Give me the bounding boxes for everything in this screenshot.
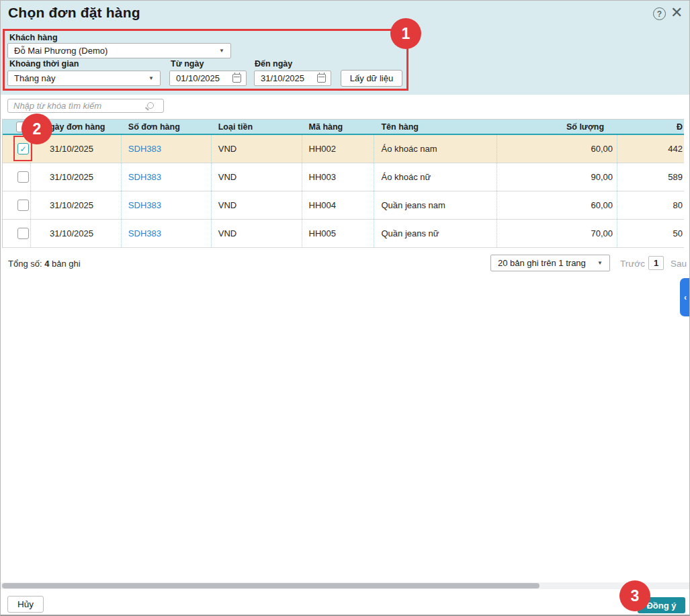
table-header-row: Ngày đơn hàng Số đơn hàng Loại tiền Mã h… — [3, 120, 684, 135]
cell-item-name: Áo khoác nam — [374, 135, 497, 163]
cell-price-partial: 80 — [617, 191, 684, 219]
col-header-order-date[interactable]: Ngày đơn hàng — [31, 120, 122, 134]
chevron-left-icon: ‹ — [684, 293, 687, 302]
select-all-checkbox[interactable] — [16, 122, 27, 132]
table-row[interactable]: ✓ 31/10/2025 SDH383 VND HH002 Áo khoác n… — [3, 135, 684, 163]
to-date-value: 31/10/2025 — [261, 73, 304, 83]
cell-order-date: 31/10/2025 — [31, 163, 122, 191]
pagination-current-page[interactable]: 1 — [648, 256, 664, 270]
cell-item-name: Áo khoác nữ — [374, 163, 497, 191]
row-checkbox[interactable] — [17, 171, 29, 183]
row-checkbox-checked[interactable]: ✓ — [17, 143, 29, 155]
page-size-dropdown[interactable]: 20 bản ghi trên 1 trang ▼ — [490, 255, 610, 271]
calendar-icon[interactable] — [317, 74, 326, 83]
total-records-text: Tổng số: 4 bản ghi — [8, 259, 81, 269]
cell-item-code: HH004 — [302, 191, 375, 219]
col-header-quantity[interactable]: Số lượng — [497, 120, 617, 134]
customer-dropdown[interactable]: Đỗ Mai Phương (Demo) ▼ — [7, 43, 231, 58]
cell-item-code: HH003 — [302, 163, 375, 191]
cancel-button[interactable]: Hủy — [7, 596, 44, 613]
period-dropdown[interactable]: Tháng này ▼ — [7, 71, 161, 86]
cell-order-date: 31/10/2025 — [31, 135, 122, 163]
page-size-value: 20 bản ghi trên 1 trang — [498, 258, 586, 268]
cell-currency: VND — [212, 163, 302, 191]
from-date-value: 01/10/2025 — [176, 73, 220, 83]
table-row[interactable]: 31/10/2025 SDH383 VND HH005 Quần jeans n… — [3, 220, 684, 248]
cell-order-date: 31/10/2025 — [31, 191, 122, 219]
table-row[interactable]: 31/10/2025 SDH383 VND HH003 Áo khoác nữ … — [3, 163, 684, 191]
cell-currency: VND — [212, 191, 302, 219]
order-number-link[interactable]: SDH383 — [128, 144, 161, 154]
close-icon[interactable]: ✕ — [671, 4, 683, 21]
period-label: Khoảng thời gian — [9, 59, 79, 69]
table-row[interactable]: 31/10/2025 SDH383 VND HH004 Quần jeans n… — [3, 191, 684, 220]
period-dropdown-value: Tháng này — [14, 73, 55, 83]
to-date-label: Đến ngày — [255, 59, 292, 69]
ok-button[interactable]: Đồng ý — [638, 597, 685, 613]
cell-price-partial: 442 — [617, 135, 684, 163]
horizontal-scrollbar-thumb[interactable] — [2, 583, 540, 588]
fetch-data-button[interactable]: Lấy dữ liệu — [341, 70, 402, 87]
select-order-dialog: Chọn đơn đặt hàng ? ✕ Khách hàng Đỗ Mai … — [0, 0, 690, 616]
calendar-icon[interactable] — [232, 74, 241, 83]
customer-label: Khách hàng — [9, 33, 58, 42]
cell-quantity: 70,00 — [497, 220, 617, 247]
caret-down-icon: ▼ — [148, 75, 154, 81]
cell-item-name: Quần jeans nam — [374, 191, 497, 219]
cell-item-name: Quần jeans nữ — [374, 220, 497, 247]
col-header-order-number[interactable]: Số đơn hàng — [122, 120, 212, 134]
col-header-item-code[interactable]: Mã hàng — [302, 120, 375, 134]
pagination-next[interactable]: Sau — [671, 259, 687, 269]
cell-quantity: 60,00 — [497, 191, 617, 219]
col-header-currency[interactable]: Loại tiền — [212, 120, 302, 134]
col-header-price-partial[interactable]: Đ — [617, 120, 684, 134]
cell-order-date: 31/10/2025 — [31, 220, 122, 247]
from-date-input[interactable]: 01/10/2025 — [169, 71, 247, 86]
caret-down-icon: ▼ — [219, 48, 224, 54]
cell-quantity: 60,00 — [497, 135, 617, 163]
cell-currency: VND — [212, 135, 302, 163]
row-checkbox[interactable] — [17, 228, 29, 239]
cell-quantity: 90,00 — [497, 163, 617, 191]
order-number-link[interactable]: SDH383 — [128, 200, 161, 210]
cell-price-partial: 50 — [617, 220, 684, 247]
cell-price-partial: 589 — [617, 163, 684, 191]
from-date-label: Từ ngày — [171, 59, 204, 69]
dialog-title: Chọn đơn đặt hàng — [8, 5, 140, 21]
orders-table: Ngày đơn hàng Số đơn hàng Loại tiền Mã h… — [2, 119, 684, 248]
customer-dropdown-value: Đỗ Mai Phương (Demo) — [14, 46, 107, 56]
pagination-prev[interactable]: Trước — [620, 259, 645, 269]
cell-item-code: HH005 — [302, 220, 375, 247]
to-date-input[interactable]: 31/10/2025 — [254, 71, 331, 86]
order-number-link[interactable]: SDH383 — [128, 172, 161, 182]
search-box — [7, 99, 164, 113]
order-number-link[interactable]: SDH383 — [128, 228, 161, 238]
collapse-panel-tab[interactable]: ‹ — [680, 278, 690, 316]
dialog-header-section: Chọn đơn đặt hàng ? ✕ Khách hàng Đỗ Mai … — [1, 1, 689, 95]
row-checkbox[interactable] — [17, 200, 29, 211]
col-header-item-name[interactable]: Tên hàng — [374, 120, 497, 134]
search-input[interactable] — [13, 99, 144, 112]
cell-item-code: HH002 — [302, 135, 375, 163]
help-icon[interactable]: ? — [653, 7, 666, 20]
cell-currency: VND — [212, 220, 302, 247]
search-icon[interactable] — [147, 102, 154, 109]
caret-down-icon: ▼ — [597, 260, 603, 266]
horizontal-scrollbar-track[interactable] — [1, 582, 689, 589]
